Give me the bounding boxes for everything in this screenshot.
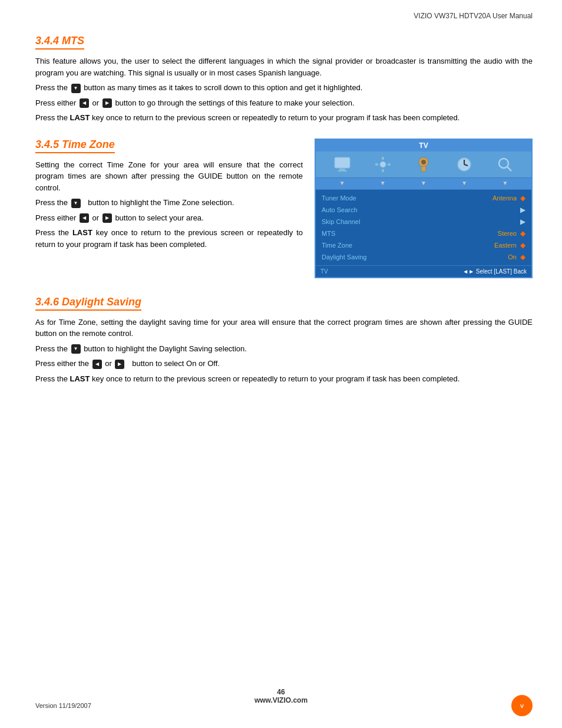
timezone-arrow: ◆ [520,241,525,249]
right-button-tz [103,213,112,223]
menu-row-skipchannel: Skip Channel ▶ [316,216,531,228]
timezone-para1: Setting the correct Time Zone for your a… [35,159,303,194]
last-key-tz: LAST [72,228,92,237]
last-key-dl: LAST [70,374,90,383]
timezone-heading: 3.4.5 Time Zone [35,139,115,153]
daylight-para2: Press the button to highlight the Daylig… [35,343,533,355]
tv-menu-screenshot: TV [315,139,533,278]
icon-settings [372,155,394,174]
daylight-para4: Press the LAST key once to return to the… [35,373,533,385]
timezone-para2: Press the button to highlight the Time Z… [35,197,303,209]
mts-para4: Press the LAST key once to return to the… [35,112,533,124]
icon-search [494,155,515,174]
svg-rect-4 [382,157,384,160]
tv-menu-title: TV [316,140,531,151]
mts-value: Stereo [498,230,517,237]
svg-rect-10 [421,166,426,172]
skipchannel-label: Skip Channel [322,218,517,225]
page-header: VIZIO VW37L HDTV20A User Manual [35,12,533,23]
page-container: VIZIO VW37L HDTV20A User Manual 3.4.4 MT… [0,0,562,728]
daylight-arrow: ◆ [520,253,525,261]
svg-point-3 [380,162,386,167]
svg-text:V: V [520,703,524,709]
arrow-down-2: ▼ [380,180,386,186]
skipchannel-arrow: ▶ [520,218,525,226]
autosearch-arrow: ▶ [520,206,525,214]
daylight-value: On [508,253,517,261]
svg-point-14 [499,159,508,168]
svg-rect-2 [338,170,347,172]
tuner-arrow: ◆ [520,194,525,202]
page-footer: Version 11/19/2007 46 www.VIZIO.com V [0,695,562,716]
tv-menu: TV [315,139,533,278]
icon-monitor [332,155,353,174]
svg-rect-5 [382,169,384,172]
tuner-value: Antenna [492,195,517,202]
menu-row-tuner: Tuner Mode Antenna ◆ [316,192,531,204]
left-button-tz [80,213,89,223]
icon-clock [454,155,475,174]
footer-controls: ◄► Select [LAST] Back [462,268,527,275]
left-button-dl [92,360,102,369]
footer-page-number: 46 [277,688,285,696]
icon-audio [413,155,434,174]
svg-point-9 [421,160,426,164]
arrow-down-4: ▼ [461,180,467,186]
tv-menu-footer: TV ◄► Select [LAST] Back [316,265,531,277]
right-button-icon [103,98,112,108]
left-button-icon [80,98,89,108]
section-timezone: 3.4.5 Time Zone Setting the correct Time… [35,139,533,278]
down-button-icon [71,84,81,93]
footer-center: 46 www.VIZIO.com [254,688,308,704]
daylight-para1: As for Time Zone, setting the daylight s… [35,317,533,340]
vizio-logo: V [511,695,533,716]
timezone-left: 3.4.5 Time Zone Setting the correct Time… [35,139,303,254]
daylight-para3: Press either the or button to select On … [35,358,533,370]
footer-tv-label: TV [320,268,328,275]
arrow-down-5: ▼ [502,180,508,186]
tv-menu-icons-row2: ▼ ▼ ▼ ▼ ▼ [316,178,531,190]
svg-rect-6 [375,163,378,166]
svg-rect-7 [388,163,391,166]
footer-version: Version 11/19/2007 [35,702,91,709]
mts-para3: Press either or button to go through the… [35,97,533,109]
svg-line-15 [507,167,511,171]
mts-label: MTS [322,230,498,237]
mts-heading: 3.4.4 MTS [35,35,84,50]
tuner-label: Tuner Mode [322,195,492,202]
timezone-para3: Press either or button to select your ar… [35,212,303,224]
mts-para1: This feature allows you, the user to sel… [35,55,533,78]
timezone-label: Time Zone [322,242,494,249]
mts-para2: Press the button as many times as it tak… [35,82,533,94]
timezone-value: Eastern [494,242,517,249]
arrow-down-3: ▼ [421,180,427,186]
right-button-dl [115,360,124,369]
daylight-heading: 3.4.6 Daylight Saving [35,296,141,311]
autosearch-label: Auto Search [322,206,517,213]
section-mts: 3.4.4 MTS This feature allows you, the u… [35,35,533,124]
tv-menu-icons-row1 [316,151,531,178]
menu-row-daylight: Daylight Saving On ◆ [316,251,531,263]
arrow-down-1: ▼ [339,180,345,186]
footer-website: www.VIZIO.com [254,696,308,704]
menu-row-timezone: Time Zone Eastern ◆ [316,239,531,251]
svg-rect-0 [335,157,350,168]
daylight-label: Daylight Saving [322,253,508,261]
section-daylight: 3.4.6 Daylight Saving As for Time Zone, … [35,296,533,385]
menu-row-mts: MTS Stereo ◆ [316,228,531,239]
down-button-dl [71,344,81,354]
tv-menu-items: Tuner Mode Antenna ◆ Auto Search ▶ Skip … [316,190,531,265]
menu-row-autosearch: Auto Search ▶ [316,204,531,216]
timezone-para4: Press the LAST key once to return to the… [35,227,303,250]
header-title: VIZIO VW37L HDTV20A User Manual [414,12,533,20]
down-button-icon-tz [71,199,81,208]
last-key-label: LAST [70,113,90,122]
mts-arrow: ◆ [520,229,525,238]
svg-rect-1 [339,169,345,170]
